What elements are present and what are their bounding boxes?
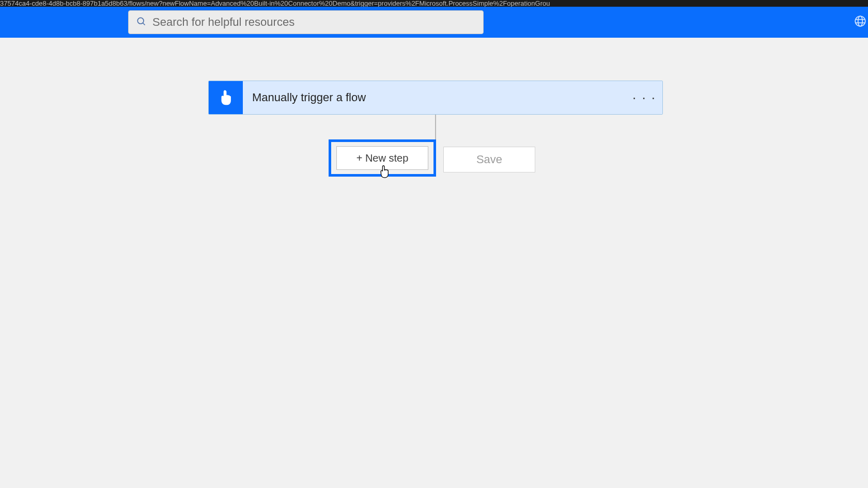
app-header (0, 7, 868, 38)
search-icon (136, 16, 146, 28)
trigger-title: Manually trigger a flow (243, 81, 626, 114)
search-box[interactable] (128, 10, 484, 34)
connector-line (435, 115, 436, 139)
actions-row: + New step Save (329, 139, 535, 177)
save-button[interactable]: Save (443, 147, 535, 172)
browser-url-bar: 37574ca4-cde8-4d8b-bcb8-897b1a5d8b63/flo… (0, 0, 868, 7)
globe-icon[interactable] (854, 14, 867, 30)
svg-point-0 (137, 18, 144, 24)
svg-point-3 (858, 16, 863, 26)
flow-canvas: Manually trigger a flow · · · + New step… (0, 38, 868, 488)
search-input[interactable] (152, 15, 483, 29)
svg-point-2 (855, 16, 865, 26)
trigger-card[interactable]: Manually trigger a flow · · · (208, 81, 663, 115)
new-step-button[interactable]: + New step (336, 146, 428, 170)
trigger-more-button[interactable]: · · · (626, 81, 662, 114)
svg-line-1 (143, 23, 145, 25)
trigger-icon (209, 81, 243, 114)
new-step-highlight: + New step (329, 139, 436, 177)
